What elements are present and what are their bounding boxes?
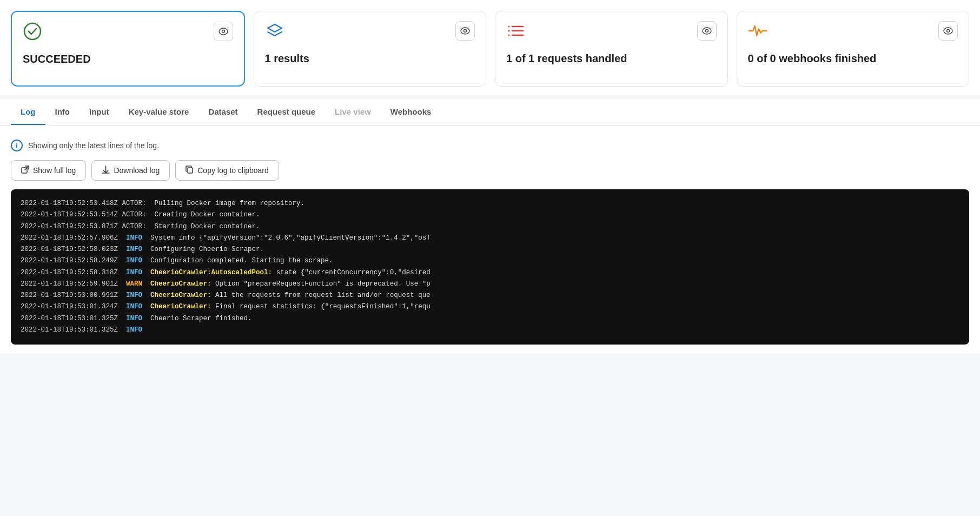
card-results: 1 results <box>254 11 487 87</box>
tab-requestqueue[interactable]: Request queue <box>248 100 326 125</box>
tab-bar: Log Info Input Key-value store Dataset R… <box>0 100 980 125</box>
svg-point-0 <box>24 23 41 39</box>
copy-log-button[interactable]: Copy log to clipboard <box>175 160 279 181</box>
svg-point-14 <box>944 28 952 34</box>
svg-point-1 <box>219 28 228 35</box>
eye-button-webhooks[interactable] <box>938 21 958 41</box>
card-requests: 1 of 1 requests handled <box>495 11 728 87</box>
eye-button-results[interactable] <box>455 21 475 41</box>
tab-webhooks[interactable]: Webhooks <box>381 100 441 125</box>
card-status: SUCCEEDED <box>11 11 245 87</box>
card-results-top <box>265 21 475 41</box>
show-full-log-button[interactable]: Show full log <box>11 160 86 181</box>
svg-point-15 <box>947 30 950 32</box>
info-icon: i <box>11 140 23 151</box>
layers-icon <box>265 21 284 41</box>
card-results-label: 1 results <box>265 51 475 65</box>
card-requests-top <box>506 21 717 41</box>
log-line-8: 2022-01-18T19:53:00.991Z INFO CheerioCra… <box>21 290 959 301</box>
download-icon <box>102 166 110 175</box>
log-line-2: 2022-01-18T19:52:53.871Z ACTOR: Starting… <box>21 221 959 233</box>
log-line-4: 2022-01-18T19:52:58.023Z INFO Configurin… <box>21 244 959 255</box>
download-log-button[interactable]: Download log <box>91 160 170 181</box>
info-banner: i Showing only the latest lines of the l… <box>11 134 969 160</box>
svg-rect-19 <box>188 168 193 173</box>
card-webhooks: 0 of 0 webhooks finished <box>737 11 970 87</box>
pulse-icon <box>748 21 767 41</box>
copy-icon <box>186 166 194 175</box>
eye-button-requests[interactable] <box>697 21 717 41</box>
svg-point-11 <box>508 35 510 36</box>
log-line-5: 2022-01-18T19:52:58.249Z INFO Configurat… <box>21 255 959 267</box>
log-line-0: 2022-01-18T19:52:53.418Z ACTOR: Pulling … <box>21 198 959 209</box>
log-line-10: 2022-01-18T19:53:01.325Z INFO Cheerio Sc… <box>21 313 959 325</box>
tab-log[interactable]: Log <box>11 100 45 125</box>
svg-marker-3 <box>268 24 282 32</box>
svg-point-13 <box>705 30 708 32</box>
card-status-label: SUCCEEDED <box>23 52 233 66</box>
list-icon <box>506 21 526 41</box>
tab-liveview: Live view <box>325 100 381 125</box>
svg-point-10 <box>508 30 510 32</box>
svg-point-9 <box>508 26 510 28</box>
log-action-buttons: Show full log Download log Copy log to c… <box>11 160 969 181</box>
svg-point-2 <box>222 30 224 33</box>
log-line-6: 2022-01-18T19:52:58.318Z INFO CheerioCra… <box>21 267 959 279</box>
card-requests-label: 1 of 1 requests handled <box>506 51 717 65</box>
log-line-3: 2022-01-18T19:52:57.906Z INFO System inf… <box>21 233 959 244</box>
terminal-log: 2022-01-18T19:52:53.418Z ACTOR: Pulling … <box>11 189 969 345</box>
check-circle-icon <box>23 22 42 41</box>
eye-button-status[interactable] <box>214 22 233 41</box>
log-line-1: 2022-01-18T19:52:53.514Z ACTOR: Creating… <box>21 209 959 221</box>
tab-dataset[interactable]: Dataset <box>198 100 247 125</box>
log-line-7: 2022-01-18T19:52:59.901Z WARN CheerioCra… <box>21 279 959 290</box>
tabs-list: Log Info Input Key-value store Dataset R… <box>11 100 969 125</box>
card-webhooks-label: 0 of 0 webhooks finished <box>748 51 958 65</box>
svg-point-5 <box>464 30 467 32</box>
info-banner-text: Showing only the latest lines of the log… <box>28 141 159 150</box>
tab-info[interactable]: Info <box>45 100 80 125</box>
tab-keyvalue[interactable]: Key-value store <box>119 100 199 125</box>
tab-input[interactable]: Input <box>80 100 119 125</box>
svg-point-4 <box>461 28 469 34</box>
top-cards-container: SUCCEEDED 1 results <box>0 0 980 95</box>
download-log-label: Download log <box>114 166 160 175</box>
card-webhooks-top <box>748 21 958 41</box>
log-section: i Showing only the latest lines of the l… <box>0 125 980 353</box>
external-link-icon <box>21 166 29 175</box>
show-full-log-label: Show full log <box>33 166 76 175</box>
svg-point-12 <box>703 28 711 34</box>
card-status-top <box>23 22 233 41</box>
log-line-9: 2022-01-18T19:53:01.324Z INFO CheerioCra… <box>21 301 959 313</box>
log-line-11: 2022-01-18T19:53:01.325Z INFO <box>21 325 959 336</box>
copy-log-label: Copy log to clipboard <box>197 166 269 175</box>
